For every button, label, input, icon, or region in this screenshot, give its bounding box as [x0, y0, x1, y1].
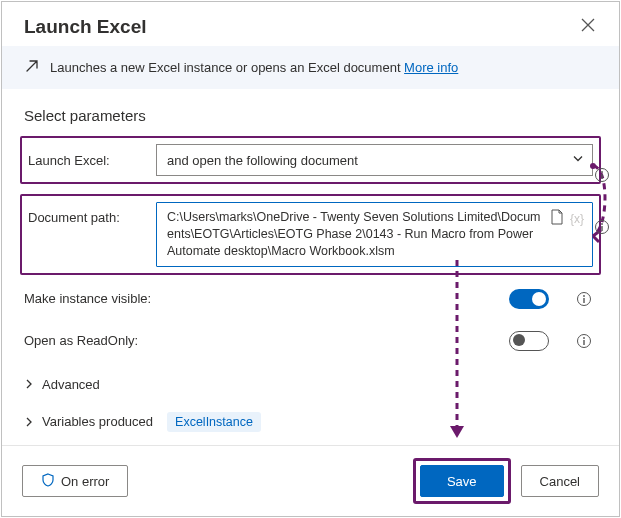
svg-rect-2	[583, 298, 584, 303]
chevron-right-icon	[24, 417, 34, 427]
advanced-label: Advanced	[42, 377, 100, 392]
save-button[interactable]: Save	[420, 465, 504, 497]
on-error-button[interactable]: On error	[22, 465, 128, 497]
variables-expander[interactable]: Variables produced ExcelInstance	[2, 406, 619, 438]
svg-rect-5	[583, 340, 584, 345]
chevron-down-icon	[572, 153, 584, 168]
variable-chip[interactable]: ExcelInstance	[167, 412, 261, 432]
readonly-label: Open as ReadOnly:	[24, 333, 509, 348]
readonly-toggle[interactable]	[509, 331, 549, 351]
svg-point-12	[601, 223, 603, 225]
svg-rect-13	[601, 226, 602, 231]
svg-point-1	[583, 295, 585, 297]
shield-icon	[41, 473, 55, 490]
info-icon[interactable]	[575, 290, 593, 308]
svg-point-4	[583, 337, 585, 339]
document-path-input[interactable]: C:\Users\marks\OneDrive - Twenty Seven S…	[156, 202, 593, 267]
dialog-title: Launch Excel	[24, 16, 147, 38]
banner-text: Launches a new Excel instance or opens a…	[50, 60, 458, 75]
save-highlight: Save	[413, 458, 511, 504]
info-banner: Launches a new Excel instance or opens a…	[2, 46, 619, 89]
more-info-link[interactable]: More info	[404, 60, 458, 75]
launch-excel-label: Launch Excel:	[28, 153, 156, 168]
launch-excel-select[interactable]: and open the following document	[156, 144, 593, 176]
cancel-button[interactable]: Cancel	[521, 465, 599, 497]
advanced-expander[interactable]: Advanced	[2, 371, 619, 398]
make-visible-toggle[interactable]	[509, 289, 549, 309]
info-icon[interactable]	[593, 166, 611, 184]
chevron-right-icon	[24, 379, 34, 389]
svg-point-9	[601, 171, 603, 173]
svg-rect-10	[601, 174, 602, 179]
launch-excel-dialog: Launch Excel Launches a new Excel instan…	[1, 1, 620, 517]
file-picker-icon[interactable]	[550, 209, 564, 230]
info-icon[interactable]	[593, 218, 611, 236]
dialog-footer: On error Save Cancel	[2, 445, 619, 516]
info-icon[interactable]	[575, 332, 593, 350]
variable-picker-icon[interactable]: {x}	[570, 211, 584, 227]
section-title: Select parameters	[2, 89, 619, 136]
close-icon[interactable]	[577, 14, 599, 40]
launch-excel-value: and open the following document	[167, 153, 358, 168]
open-external-icon	[24, 58, 40, 77]
document-path-label: Document path:	[28, 202, 156, 225]
make-visible-label: Make instance visible:	[24, 291, 509, 306]
variables-label: Variables produced	[42, 414, 153, 429]
